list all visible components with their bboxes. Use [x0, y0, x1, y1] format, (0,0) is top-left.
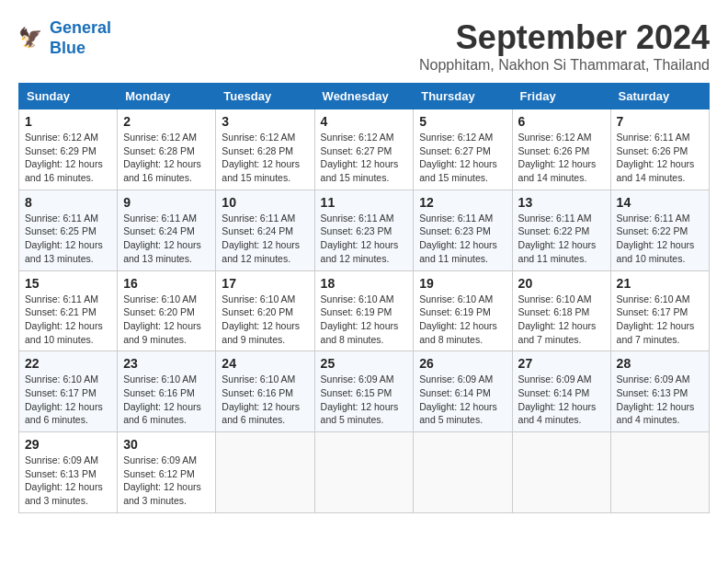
day-info: Sunrise: 6:11 AMSunset: 6:21 PMDaylight:… [25, 293, 111, 347]
day-number: 16 [123, 276, 210, 291]
calendar-cell: 27Sunrise: 6:09 AMSunset: 6:14 PMDayligh… [512, 351, 610, 432]
calendar-week-3: 15Sunrise: 6:11 AMSunset: 6:21 PMDayligh… [19, 270, 710, 351]
calendar-cell: 9Sunrise: 6:11 AMSunset: 6:24 PMDaylight… [118, 190, 216, 270]
calendar-cell [414, 432, 512, 513]
day-info: Sunrise: 6:11 AMSunset: 6:25 PMDaylight:… [25, 212, 111, 266]
day-info: Sunrise: 6:10 AMSunset: 6:16 PMDaylight:… [222, 373, 308, 427]
calendar-cell: 14Sunrise: 6:11 AMSunset: 6:22 PMDayligh… [610, 190, 709, 270]
day-info: Sunrise: 6:12 AMSunset: 6:27 PMDaylight:… [321, 131, 408, 185]
logo-icon: 🦅 [18, 25, 46, 52]
day-number: 21 [617, 276, 703, 291]
calendar-cell: 6Sunrise: 6:12 AMSunset: 6:26 PMDaylight… [512, 109, 610, 190]
calendar-cell: 11Sunrise: 6:11 AMSunset: 6:23 PMDayligh… [314, 190, 414, 270]
day-info: Sunrise: 6:10 AMSunset: 6:18 PMDaylight:… [518, 293, 605, 347]
day-number: 8 [25, 195, 111, 210]
day-info: Sunrise: 6:11 AMSunset: 6:22 PMDaylight:… [518, 212, 605, 266]
calendar-cell [610, 432, 709, 513]
day-info: Sunrise: 6:09 AMSunset: 6:14 PMDaylight:… [419, 373, 506, 427]
day-info: Sunrise: 6:11 AMSunset: 6:22 PMDaylight:… [617, 212, 703, 266]
day-info: Sunrise: 6:10 AMSunset: 6:20 PMDaylight:… [123, 293, 210, 347]
page-header: 🦅 General Blue September 2024 Nopphitam,… [18, 18, 710, 74]
day-info: Sunrise: 6:09 AMSunset: 6:13 PMDaylight:… [25, 454, 111, 508]
day-info: Sunrise: 6:11 AMSunset: 6:24 PMDaylight:… [123, 212, 210, 266]
logo-text: General Blue [50, 18, 111, 58]
day-number: 23 [123, 356, 210, 371]
calendar-cell: 26Sunrise: 6:09 AMSunset: 6:14 PMDayligh… [414, 351, 512, 432]
calendar-cell: 21Sunrise: 6:10 AMSunset: 6:17 PMDayligh… [610, 270, 709, 351]
calendar-cell: 24Sunrise: 6:10 AMSunset: 6:16 PMDayligh… [216, 351, 314, 432]
calendar-cell: 16Sunrise: 6:10 AMSunset: 6:20 PMDayligh… [118, 270, 216, 351]
calendar-cell: 2Sunrise: 6:12 AMSunset: 6:28 PMDaylight… [118, 109, 216, 190]
day-info: Sunrise: 6:12 AMSunset: 6:29 PMDaylight:… [25, 131, 111, 185]
day-number: 11 [321, 195, 408, 210]
calendar-cell: 12Sunrise: 6:11 AMSunset: 6:23 PMDayligh… [414, 190, 512, 270]
day-number: 22 [25, 356, 111, 371]
day-info: Sunrise: 6:10 AMSunset: 6:17 PMDaylight:… [617, 293, 703, 347]
calendar-cell [314, 432, 414, 513]
calendar-cell: 8Sunrise: 6:11 AMSunset: 6:25 PMDaylight… [19, 190, 118, 270]
day-info: Sunrise: 6:10 AMSunset: 6:20 PMDaylight:… [222, 293, 308, 347]
calendar-cell: 1Sunrise: 6:12 AMSunset: 6:29 PMDaylight… [19, 109, 118, 190]
calendar-cell: 7Sunrise: 6:11 AMSunset: 6:26 PMDaylight… [610, 109, 709, 190]
day-number: 6 [518, 114, 605, 129]
day-number: 14 [617, 195, 703, 210]
calendar-cell: 19Sunrise: 6:10 AMSunset: 6:19 PMDayligh… [414, 270, 512, 351]
day-number: 2 [123, 114, 210, 129]
day-info: Sunrise: 6:12 AMSunset: 6:28 PMDaylight:… [123, 131, 210, 185]
day-number: 29 [25, 437, 111, 452]
day-info: Sunrise: 6:09 AMSunset: 6:15 PMDaylight:… [321, 373, 408, 427]
calendar-cell: 20Sunrise: 6:10 AMSunset: 6:18 PMDayligh… [512, 270, 610, 351]
day-number: 28 [617, 356, 703, 371]
day-info: Sunrise: 6:11 AMSunset: 6:24 PMDaylight:… [222, 212, 308, 266]
day-info: Sunrise: 6:09 AMSunset: 6:14 PMDaylight:… [518, 373, 605, 427]
calendar-cell: 30Sunrise: 6:09 AMSunset: 6:12 PMDayligh… [118, 432, 216, 513]
day-number: 20 [518, 276, 605, 291]
calendar-table: SundayMondayTuesdayWednesdayThursdayFrid… [18, 83, 710, 513]
calendar-cell [512, 432, 610, 513]
title-block: September 2024 Nopphitam, Nakhon Si Tham… [419, 18, 710, 74]
calendar-cell: 22Sunrise: 6:10 AMSunset: 6:17 PMDayligh… [19, 351, 118, 432]
day-number: 5 [419, 114, 506, 129]
day-number: 13 [518, 195, 605, 210]
day-info: Sunrise: 6:10 AMSunset: 6:16 PMDaylight:… [123, 373, 210, 427]
calendar-cell: 13Sunrise: 6:11 AMSunset: 6:22 PMDayligh… [512, 190, 610, 270]
page-subtitle: Nopphitam, Nakhon Si Thammarat, Thailand [419, 57, 710, 74]
day-info: Sunrise: 6:11 AMSunset: 6:26 PMDaylight:… [617, 131, 703, 185]
day-number: 12 [419, 195, 506, 210]
calendar-header-row: SundayMondayTuesdayWednesdayThursdayFrid… [19, 84, 710, 109]
calendar-cell: 28Sunrise: 6:09 AMSunset: 6:13 PMDayligh… [610, 351, 709, 432]
calendar-header-saturday: Saturday [610, 84, 709, 109]
day-info: Sunrise: 6:11 AMSunset: 6:23 PMDaylight:… [419, 212, 506, 266]
day-info: Sunrise: 6:10 AMSunset: 6:19 PMDaylight:… [321, 293, 408, 347]
calendar-week-1: 1Sunrise: 6:12 AMSunset: 6:29 PMDaylight… [19, 109, 710, 190]
calendar-week-4: 22Sunrise: 6:10 AMSunset: 6:17 PMDayligh… [19, 351, 710, 432]
calendar-header-sunday: Sunday [19, 84, 118, 109]
day-number: 19 [419, 276, 506, 291]
calendar-cell [216, 432, 314, 513]
page-title: September 2024 [419, 18, 710, 57]
day-number: 30 [123, 437, 210, 452]
calendar-header-wednesday: Wednesday [314, 84, 414, 109]
calendar-cell: 15Sunrise: 6:11 AMSunset: 6:21 PMDayligh… [19, 270, 118, 351]
day-number: 25 [321, 356, 408, 371]
day-number: 3 [222, 114, 308, 129]
day-info: Sunrise: 6:10 AMSunset: 6:17 PMDaylight:… [25, 373, 111, 427]
calendar-header-tuesday: Tuesday [216, 84, 314, 109]
calendar-cell: 25Sunrise: 6:09 AMSunset: 6:15 PMDayligh… [314, 351, 414, 432]
day-number: 26 [419, 356, 506, 371]
calendar-header-thursday: Thursday [414, 84, 512, 109]
calendar-header-monday: Monday [118, 84, 216, 109]
day-number: 24 [222, 356, 308, 371]
calendar-body: 1Sunrise: 6:12 AMSunset: 6:29 PMDaylight… [19, 109, 710, 513]
day-number: 17 [222, 276, 308, 291]
day-number: 18 [321, 276, 408, 291]
day-number: 9 [123, 195, 210, 210]
calendar-week-2: 8Sunrise: 6:11 AMSunset: 6:25 PMDaylight… [19, 190, 710, 270]
calendar-week-5: 29Sunrise: 6:09 AMSunset: 6:13 PMDayligh… [19, 432, 710, 513]
calendar-cell: 23Sunrise: 6:10 AMSunset: 6:16 PMDayligh… [118, 351, 216, 432]
day-number: 7 [617, 114, 703, 129]
day-number: 1 [25, 114, 111, 129]
day-info: Sunrise: 6:10 AMSunset: 6:19 PMDaylight:… [419, 293, 506, 347]
calendar-cell: 17Sunrise: 6:10 AMSunset: 6:20 PMDayligh… [216, 270, 314, 351]
logo: 🦅 General Blue [18, 18, 111, 58]
